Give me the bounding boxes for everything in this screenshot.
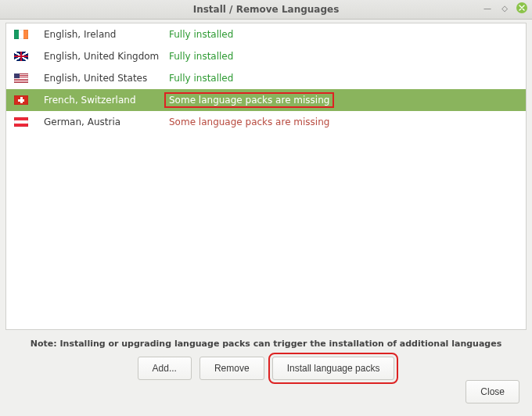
language-row[interactable]: English, IrelandFully installed [6,23,526,45]
language-name: French, Switzerland [44,95,169,106]
language-row[interactable]: German, AustriaSome language packs are m… [6,111,526,133]
language-row[interactable]: French, SwitzerlandSome language packs a… [6,89,526,111]
titlebar: Install / Remove Languages — ◇ [0,0,532,20]
install-language-packs-button[interactable]: Install language packs [272,357,395,380]
flag-icon [14,95,28,105]
add-button[interactable]: Add... [138,357,192,380]
window-controls: — ◇ [482,2,527,13]
window-title: Install / Remove Languages [193,4,340,15]
language-status: Fully installed [169,73,233,84]
language-list[interactable]: English, IrelandFully installedEnglish, … [5,23,527,330]
note-text: Note: Installing or upgrading language p… [5,339,527,349]
action-button-row: Add... Remove Install language packs [5,357,527,380]
language-row[interactable]: English, United KingdomFully installed [6,45,526,67]
close-button[interactable]: Close [466,380,519,403]
language-name: German, Austria [44,117,169,127]
maximize-icon[interactable]: ◇ [499,2,510,13]
minimize-icon[interactable]: — [482,2,493,13]
language-name: English, Ireland [44,29,169,40]
language-status: Fully installed [169,51,233,62]
language-status: Some language packs are missing [164,92,334,108]
language-name: English, United Kingdom [44,51,169,62]
language-status: Fully installed [169,29,233,40]
remove-button[interactable]: Remove [200,357,264,380]
flag-icon [14,74,28,83]
language-status: Some language packs are missing [169,117,329,127]
flag-icon [14,30,28,39]
language-name: English, United States [44,73,169,84]
flag-icon [14,52,28,61]
close-icon[interactable] [516,2,527,13]
language-row[interactable]: English, United StatesFully installed [6,67,526,89]
flag-icon [14,117,28,127]
